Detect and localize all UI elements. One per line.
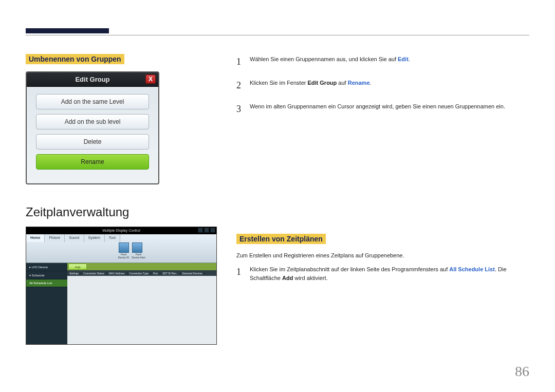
option-rename[interactable]: Rename bbox=[36, 154, 149, 170]
fault-device-alert-icon bbox=[132, 242, 142, 253]
tab-sound: Sound bbox=[65, 234, 84, 242]
close-icon[interactable]: X bbox=[145, 74, 156, 84]
mdc-toolbar: Add bbox=[67, 263, 216, 270]
rename-step-3: 3 Wenn im alten Gruppennamen ein Cursor … bbox=[236, 102, 529, 117]
rename-step-1: 1 Wählen Sie einen Gruppennamen aus, und… bbox=[236, 55, 529, 69]
sidebar-all-schedule-list: All Schedule List bbox=[26, 279, 67, 287]
heading-rename-groups: Umbenennen von Gruppen bbox=[26, 54, 124, 64]
header-accent-bar bbox=[26, 28, 109, 33]
step-number: 3 bbox=[236, 102, 244, 117]
tab-home: Home bbox=[26, 234, 45, 242]
tab-picture: Picture bbox=[45, 234, 65, 242]
add-button: Add bbox=[68, 264, 87, 270]
step-text: Klicken Sie im Fenster Edit Group auf Re… bbox=[250, 79, 372, 93]
heading-schedule-management: Zeitplanverwaltung bbox=[26, 205, 216, 219]
sidebar-lfd-device: ▸ LFD Device bbox=[26, 263, 67, 271]
mdc-titlebar: Multiple Display Control bbox=[26, 227, 216, 234]
rename-step-2: 2 Klicken Sie im Fenster Edit Group auf … bbox=[236, 79, 529, 93]
close-window-icon bbox=[210, 228, 215, 233]
step-number: 1 bbox=[236, 265, 244, 283]
header-rule bbox=[26, 35, 529, 35]
option-delete[interactable]: Delete bbox=[36, 134, 149, 150]
step-number: 1 bbox=[236, 55, 244, 69]
tab-tool: Tool bbox=[105, 234, 120, 242]
maximize-icon bbox=[204, 228, 209, 233]
dialog-title-text: Edit Group bbox=[75, 76, 109, 83]
step-number: 2 bbox=[236, 79, 244, 93]
edit-group-dialog: Edit Group X Add on the same Level Add o… bbox=[26, 71, 159, 184]
mdc-screenshot: Multiple Display Control Home Picture So… bbox=[26, 227, 217, 345]
option-add-sub-level[interactable]: Add on the sub level bbox=[36, 114, 149, 129]
mdc-tabs: Home Picture Sound System Tool bbox=[26, 234, 120, 242]
minimize-icon bbox=[198, 228, 203, 233]
create-schedule-desc: Zum Erstellen und Registrieren eines Zei… bbox=[236, 251, 529, 260]
page-number: 86 bbox=[515, 363, 529, 380]
fault-alert-label: Fault Device Alert bbox=[132, 253, 145, 259]
dialog-titlebar: Edit Group X bbox=[27, 72, 158, 87]
tab-system: System bbox=[84, 234, 105, 242]
sidebar-schedule: ▾ Schedule bbox=[26, 271, 67, 279]
step-text: Wenn im alten Gruppennamen ein Cursor an… bbox=[250, 102, 505, 117]
mdc-sidebar: ▸ LFD Device ▾ Schedule All Schedule Lis… bbox=[26, 263, 67, 344]
fault-device-id-icon bbox=[119, 242, 129, 253]
option-add-same-level[interactable]: Add on the same Level bbox=[36, 94, 149, 109]
heading-create-schedules: Erstellen von Zeitplänen bbox=[236, 234, 326, 244]
mdc-table-header: Settings Connection Status MAC Address C… bbox=[67, 270, 216, 276]
mdc-title: Multiple Display Control bbox=[102, 229, 140, 232]
create-step-1: 1 Klicken Sie im Zeitplanabschnitt auf d… bbox=[236, 265, 529, 283]
step-text: Klicken Sie im Zeitplanabschnitt auf der… bbox=[250, 265, 529, 283]
fault-id-label: Fault Device ID bbox=[117, 253, 131, 259]
step-text: Wählen Sie einen Gruppennamen aus, und k… bbox=[250, 55, 410, 69]
